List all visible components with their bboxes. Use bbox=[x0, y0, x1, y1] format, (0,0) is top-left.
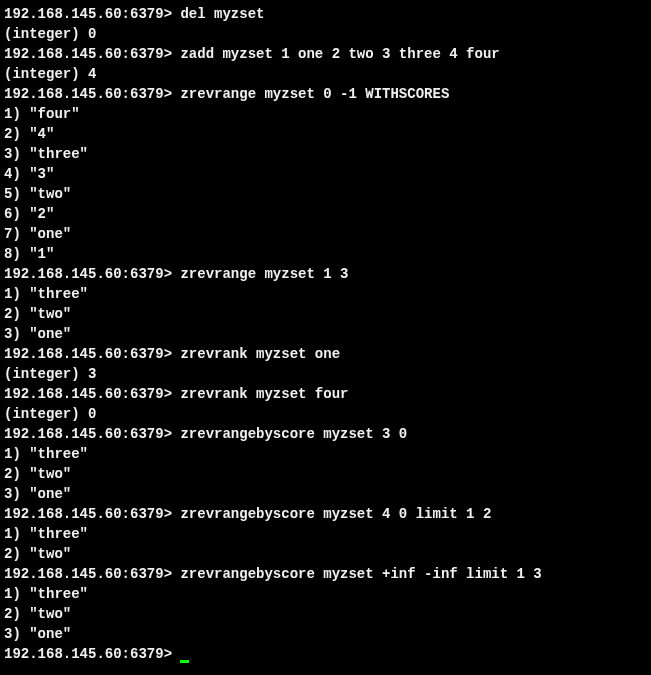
command-text: zrevrangebyscore myzset 3 0 bbox=[180, 426, 407, 442]
cursor-icon bbox=[180, 660, 189, 663]
command-line: 192.168.145.60:6379> zrevrange myzset 1 … bbox=[4, 264, 647, 284]
prompt: 192.168.145.60:6379> bbox=[4, 386, 180, 402]
prompt: 192.168.145.60:6379> bbox=[4, 346, 180, 362]
output-line: 2) "two" bbox=[4, 544, 647, 564]
output-line: 6) "2" bbox=[4, 204, 647, 224]
output-line: 2) "two" bbox=[4, 304, 647, 324]
prompt: 192.168.145.60:6379> bbox=[4, 86, 180, 102]
command-text: del myzset bbox=[180, 6, 264, 22]
output-line: 5) "two" bbox=[4, 184, 647, 204]
command-line: 192.168.145.60:6379> zrevrangebyscore my… bbox=[4, 504, 647, 524]
output-line: 3) "one" bbox=[4, 624, 647, 644]
output-line: (integer) 0 bbox=[4, 404, 647, 424]
prompt: 192.168.145.60:6379> bbox=[4, 566, 180, 582]
prompt: 192.168.145.60:6379> bbox=[4, 266, 180, 282]
prompt: 192.168.145.60:6379> bbox=[4, 426, 180, 442]
current-prompt-line[interactable]: 192.168.145.60:6379> bbox=[4, 644, 647, 664]
output-line: 1) "three" bbox=[4, 444, 647, 464]
output-line: 1) "three" bbox=[4, 524, 647, 544]
command-text: zrevrank myzset four bbox=[180, 386, 348, 402]
prompt: 192.168.145.60:6379> bbox=[4, 6, 180, 22]
prompt: 192.168.145.60:6379> bbox=[4, 506, 180, 522]
command-text: zrevrange myzset 1 3 bbox=[180, 266, 348, 282]
output-line: 2) "two" bbox=[4, 464, 647, 484]
output-line: 4) "3" bbox=[4, 164, 647, 184]
command-text: zrevrangebyscore myzset 4 0 limit 1 2 bbox=[180, 506, 491, 522]
output-line: 2) "4" bbox=[4, 124, 647, 144]
output-line: 3) "three" bbox=[4, 144, 647, 164]
command-text: zrevrange myzset 0 -1 WITHSCORES bbox=[180, 86, 449, 102]
prompt: 192.168.145.60:6379> bbox=[4, 646, 180, 662]
command-line: 192.168.145.60:6379> zrevrank myzset one bbox=[4, 344, 647, 364]
command-line: 192.168.145.60:6379> del myzset bbox=[4, 4, 647, 24]
output-line: 1) "four" bbox=[4, 104, 647, 124]
output-line: 3) "one" bbox=[4, 484, 647, 504]
output-line: 1) "three" bbox=[4, 284, 647, 304]
command-line: 192.168.145.60:6379> zrevrank myzset fou… bbox=[4, 384, 647, 404]
output-line: 1) "three" bbox=[4, 584, 647, 604]
command-line: 192.168.145.60:6379> zrevrange myzset 0 … bbox=[4, 84, 647, 104]
output-line: (integer) 0 bbox=[4, 24, 647, 44]
command-line: 192.168.145.60:6379> zadd myzset 1 one 2… bbox=[4, 44, 647, 64]
command-line: 192.168.145.60:6379> zrevrangebyscore my… bbox=[4, 424, 647, 444]
output-line: 2) "two" bbox=[4, 604, 647, 624]
output-line: 7) "one" bbox=[4, 224, 647, 244]
output-line: 3) "one" bbox=[4, 324, 647, 344]
command-line: 192.168.145.60:6379> zrevrangebyscore my… bbox=[4, 564, 647, 584]
command-text: zrevrangebyscore myzset +inf -inf limit … bbox=[180, 566, 541, 582]
output-line: 8) "1" bbox=[4, 244, 647, 264]
terminal[interactable]: 192.168.145.60:6379> del myzset(integer)… bbox=[4, 4, 647, 664]
output-line: (integer) 4 bbox=[4, 64, 647, 84]
command-text: zadd myzset 1 one 2 two 3 three 4 four bbox=[180, 46, 499, 62]
prompt: 192.168.145.60:6379> bbox=[4, 46, 180, 62]
output-line: (integer) 3 bbox=[4, 364, 647, 384]
command-text: zrevrank myzset one bbox=[180, 346, 340, 362]
